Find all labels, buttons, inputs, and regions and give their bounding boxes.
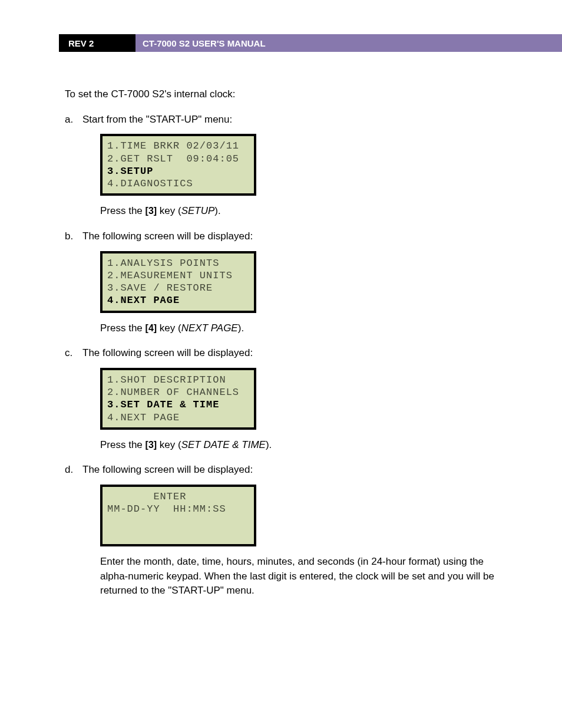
lcd-line: ENTER — [107, 491, 186, 502]
press-pre: Press the — [100, 205, 146, 216]
keycap: [4] — [146, 323, 157, 333]
content: To set the CT-7000 S2's internal clock: … — [65, 87, 503, 598]
lcd-line: 4.DIAGNOSTICS — [107, 178, 193, 189]
step-d: d. The following screen will be displaye… — [65, 463, 503, 477]
step-letter-a: a. — [65, 113, 82, 127]
step-letter-c: c. — [65, 346, 82, 361]
step-c-text: The following screen will be displayed: — [82, 346, 503, 361]
lcd-line-bold: 3.SET DATE & TIME — [107, 399, 219, 410]
header-title: CT-7000 S2 USER'S MANUAL — [135, 34, 562, 52]
lcd-line — [107, 516, 114, 528]
press-opt: NEXT PAGE — [181, 322, 238, 334]
step-d-text: The following screen will be displayed: — [82, 463, 503, 477]
keycap: [3] — [146, 440, 157, 450]
press-opt: SET DATE & TIME — [181, 439, 266, 450]
lcd-line: 4.NEXT PAGE — [107, 412, 180, 423]
step-b-text: The following screen will be displayed: — [82, 229, 503, 244]
lcd-line — [107, 529, 114, 540]
step-b-instruction: Press the [4] key (NEXT PAGE). — [100, 321, 503, 336]
lcd-line: 2.NUMBER OF CHANNELS — [107, 387, 239, 398]
press-post: ). — [238, 322, 244, 334]
press-pre: Press the — [100, 322, 146, 334]
press-post: ). — [266, 439, 272, 450]
lcd-line: MM-DD-YY HH:MM:SS — [107, 503, 226, 515]
step-letter-b: b. — [65, 229, 82, 244]
lcd-line: 2.MEASUREMENT UNITS — [107, 270, 233, 281]
intro-text: To set the CT-7000 S2's internal clock: — [65, 87, 503, 102]
lcd-line-bold: 3.SETUP — [107, 166, 153, 177]
lcd-screen-c: 1.SHOT DESCRIPTION 2.NUMBER OF CHANNELS … — [100, 368, 256, 430]
lcd-line-bold: 4.NEXT PAGE — [107, 295, 180, 306]
lcd-screen-d: ENTER MM-DD-YY HH:MM:SS — [100, 485, 256, 546]
step-letter-d: d. — [65, 463, 82, 477]
lcd-screen-a: 1.TIME BRKR 02/03/11 2.GET RSLT 09:04:05… — [100, 134, 256, 196]
press-mid: key ( — [157, 322, 181, 334]
lcd-screen-b: 1.ANALYSIS POINTS 2.MEASUREMENT UNITS 3.… — [100, 251, 256, 313]
press-post: ). — [214, 205, 220, 216]
header-bar: REV 2 CT-7000 S2 USER'S MANUAL — [0, 34, 562, 52]
lcd-line: 1.TIME BRKR 02/03/11 — [107, 140, 239, 151]
step-a-instruction: Press the [3] key (SETUP). — [100, 204, 503, 219]
step-a: a. Start from the "START-UP" menu: — [65, 113, 503, 127]
step-d-final: Enter the month, date, time, hours, minu… — [100, 555, 503, 598]
header-rev: REV 2 — [59, 34, 135, 52]
step-c: c. The following screen will be displaye… — [65, 346, 503, 361]
press-mid: key ( — [157, 205, 181, 216]
press-opt: SETUP — [181, 205, 215, 216]
step-a-text: Start from the "START-UP" menu: — [82, 113, 503, 127]
page: REV 2 CT-7000 S2 USER'S MANUAL To set th… — [0, 34, 562, 728]
step-b: b. The following screen will be displaye… — [65, 229, 503, 244]
lcd-line: 1.SHOT DESCRIPTION — [107, 374, 226, 386]
lcd-line: 2.GET RSLT 09:04:05 — [107, 153, 239, 164]
press-mid: key ( — [157, 439, 181, 450]
lcd-line: 3.SAVE / RESTORE — [107, 282, 213, 294]
press-pre: Press the — [100, 439, 146, 450]
keycap: [3] — [146, 206, 157, 216]
lcd-line: 1.ANALYSIS POINTS — [107, 258, 219, 269]
step-c-instruction: Press the [3] key (SET DATE & TIME). — [100, 438, 503, 453]
